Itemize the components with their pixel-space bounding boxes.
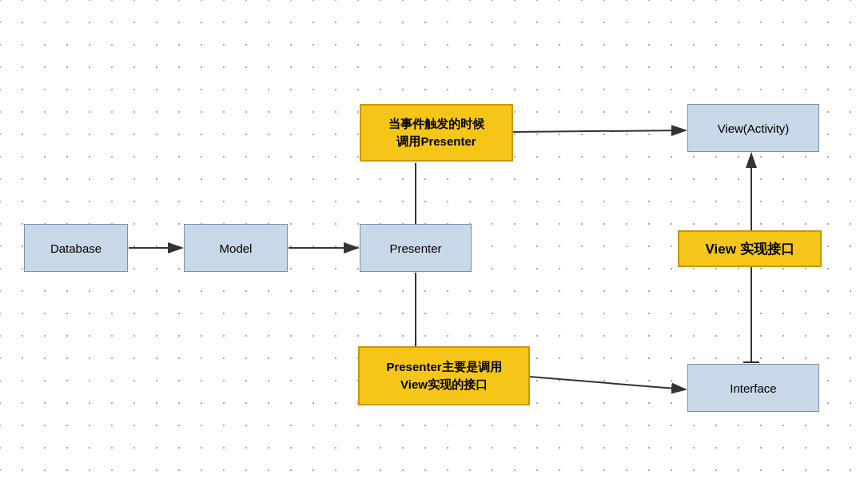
top-yellow-label: 当事件触发的时候 调用Presenter bbox=[360, 104, 513, 162]
arrow-bottomlabel-interface bbox=[529, 377, 686, 389]
bottom-yellow-label: Presenter主要是调用 View实现的接口 bbox=[358, 346, 530, 405]
arrow-toplabel-view bbox=[513, 130, 686, 132]
view-impl-label: View 实现接口 bbox=[678, 230, 822, 267]
view-impl-text: View 实现接口 bbox=[705, 240, 794, 258]
top-label-line2: 调用Presenter bbox=[396, 133, 476, 151]
bottom-label-line2: View实现的接口 bbox=[400, 376, 488, 394]
interface-box: Interface bbox=[687, 364, 819, 412]
presenter-box: Presenter bbox=[360, 224, 472, 272]
model-label: Model bbox=[220, 242, 253, 255]
diagram-container: Database Model Presenter View(Activity) … bbox=[0, 0, 868, 491]
database-box: Database bbox=[24, 224, 128, 272]
top-label-line1: 当事件触发的时候 bbox=[388, 115, 484, 134]
view-activity-label: View(Activity) bbox=[718, 122, 790, 135]
interface-label: Interface bbox=[730, 381, 776, 395]
bottom-label-line1: Presenter主要是调用 bbox=[386, 358, 501, 377]
model-box: Model bbox=[184, 224, 288, 272]
database-label: Database bbox=[50, 242, 102, 255]
presenter-label: Presenter bbox=[389, 242, 441, 255]
view-activity-box: View(Activity) bbox=[687, 104, 819, 152]
